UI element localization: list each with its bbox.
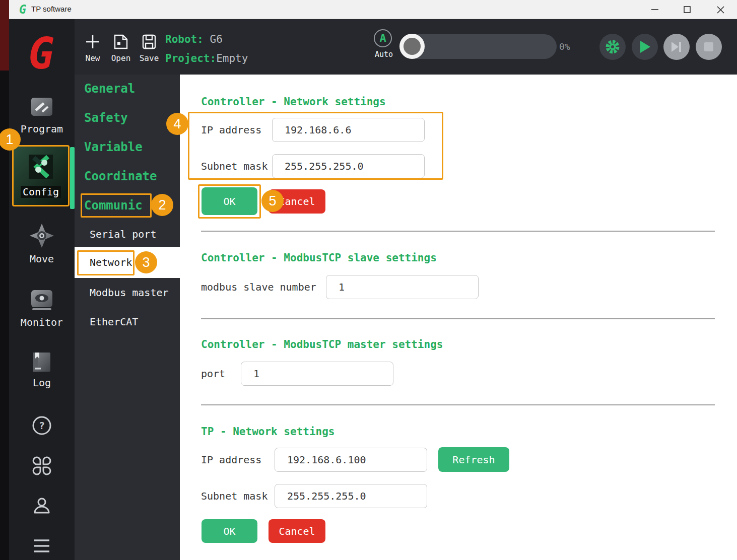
config-icon: [14, 152, 68, 184]
modbus-slave-number-label: modbus slave number: [201, 281, 316, 293]
robot-label: Robot:: [165, 33, 204, 45]
section-title-tp-network: TP - Network settings: [201, 426, 335, 438]
new-icon: [79, 32, 107, 51]
submenu-item-modbus-master[interactable]: Modbus master: [90, 287, 169, 299]
sidebar-label-log: Log: [9, 377, 75, 389]
tp-subnet-mask-label: Subnet mask: [201, 490, 267, 502]
robot-status: Robot: G6: [165, 33, 223, 45]
play-icon: [638, 40, 651, 54]
sidebar-item-help[interactable]: ?: [9, 415, 75, 436]
tp-cancel-button[interactable]: Cancel: [269, 519, 325, 543]
speed-slider-knob[interactable]: [399, 34, 425, 59]
run-button[interactable]: [632, 34, 658, 60]
sidebar: G Program Config Move Monitor: [9, 19, 75, 560]
submenu-item-serial-port[interactable]: Serial port: [90, 228, 156, 240]
close-button[interactable]: [709, 0, 732, 19]
program-icon: [9, 94, 75, 120]
port-input[interactable]: [241, 362, 393, 386]
open-button[interactable]: Open: [107, 32, 135, 63]
annotation-box-network: [77, 250, 135, 275]
project-status: Project:Empty: [165, 52, 248, 64]
main-content: Controller - Network settings IP address…: [180, 75, 737, 560]
tp-ip-input[interactable]: [275, 448, 427, 472]
apps-clover-icon: [9, 455, 75, 476]
sidebar-label-config: Config: [21, 186, 61, 198]
controller-network-cancel-button[interactable]: Cancel: [269, 189, 325, 214]
move-icon: [9, 222, 75, 250]
sidebar-label-move: Move: [9, 253, 75, 265]
open-label: Open: [107, 53, 135, 63]
sidebar-label-program: Program: [9, 123, 75, 135]
sidebar-item-menu[interactable]: [9, 537, 75, 555]
help-icon: ?: [9, 415, 75, 436]
controller-network-ok-button[interactable]: OK: [202, 187, 257, 215]
log-icon: [9, 351, 75, 374]
project-value: Empty: [216, 52, 248, 64]
sidebar-item-monitor[interactable]: Monitor: [9, 286, 75, 328]
port-label: port: [201, 368, 225, 380]
sidebar-item-log[interactable]: Log: [9, 351, 75, 389]
config-active-indicator: [70, 147, 75, 209]
screen-edge-bottom: [0, 71, 9, 560]
section-title-controller-network: Controller - Network settings: [201, 96, 386, 108]
section-title-modbus-slave: Controller - ModbusTCP slave settings: [201, 252, 437, 264]
controller-ip-input[interactable]: [272, 118, 425, 142]
sidebar-item-move[interactable]: Move: [9, 222, 75, 265]
maximize-icon: [684, 6, 691, 13]
stop-button[interactable]: [696, 34, 722, 60]
screen-edge-top: [0, 0, 9, 71]
config-submenu: General Safety Variable Coordinate Commu…: [75, 75, 180, 560]
settings-button[interactable]: [599, 34, 626, 60]
robot-value: G6: [210, 33, 223, 45]
svg-text:?: ?: [39, 419, 45, 432]
tp-ip-address-label: IP address: [201, 454, 261, 466]
toolbar: New Open Save Robot: G6 Project:Empty A …: [75, 19, 737, 75]
gear-icon: [604, 38, 621, 55]
submenu-item-coordinate[interactable]: Coordinate: [84, 169, 157, 183]
app-logo-icon: G: [16, 3, 29, 16]
sidebar-item-apps[interactable]: [9, 455, 75, 476]
submenu-item-variable[interactable]: Variable: [84, 140, 143, 154]
ip-address-label: IP address: [201, 124, 261, 136]
subnet-mask-label: Subnet mask: [201, 160, 267, 172]
submenu-item-general[interactable]: General: [84, 82, 135, 96]
monitor-icon: [9, 286, 75, 313]
tp-refresh-button[interactable]: Refresh: [438, 447, 509, 472]
divider-1: [201, 231, 715, 232]
window-title: TP software: [31, 5, 72, 13]
sidebar-item-config[interactable]: Config: [12, 145, 70, 206]
save-button[interactable]: Save: [135, 32, 163, 63]
sidebar-item-user[interactable]: [9, 496, 75, 517]
divider-3: [201, 404, 715, 405]
controller-mask-input[interactable]: [272, 154, 425, 178]
project-label: Project:: [165, 52, 216, 64]
app-window: G TP software New Open: [0, 0, 737, 560]
titlebar: G TP software: [9, 0, 737, 19]
user-icon: [9, 496, 75, 517]
sidebar-item-program[interactable]: Program: [9, 94, 75, 135]
close-icon: [717, 6, 724, 14]
minimize-button[interactable]: [643, 0, 666, 19]
auto-mode-label: Auto: [374, 50, 394, 59]
new-label: New: [79, 53, 107, 63]
tp-ok-button[interactable]: OK: [202, 519, 257, 543]
auto-mode-button[interactable]: A Auto: [374, 29, 394, 59]
new-button[interactable]: New: [79, 32, 107, 63]
step-forward-icon: [670, 40, 683, 53]
submenu-item-safety[interactable]: Safety: [84, 111, 128, 125]
section-title-modbus-master: Controller - ModbusTCP master settings: [201, 338, 443, 351]
auto-mode-icon: A: [374, 29, 392, 47]
modbus-slave-number-input[interactable]: [326, 275, 479, 299]
stop-icon: [703, 41, 714, 52]
speed-value: 0%: [559, 41, 570, 52]
tp-mask-input[interactable]: [275, 484, 427, 508]
open-icon: [107, 32, 135, 51]
sidebar-label-monitor: Monitor: [9, 316, 75, 328]
maximize-button[interactable]: [676, 0, 699, 19]
step-button[interactable]: [663, 34, 690, 60]
brand-logo-icon: G: [16, 28, 66, 79]
hamburger-menu-icon: [9, 537, 75, 555]
divider-2: [201, 318, 715, 319]
submenu-item-ethercat[interactable]: EtherCAT: [90, 316, 138, 328]
save-label: Save: [135, 53, 163, 63]
